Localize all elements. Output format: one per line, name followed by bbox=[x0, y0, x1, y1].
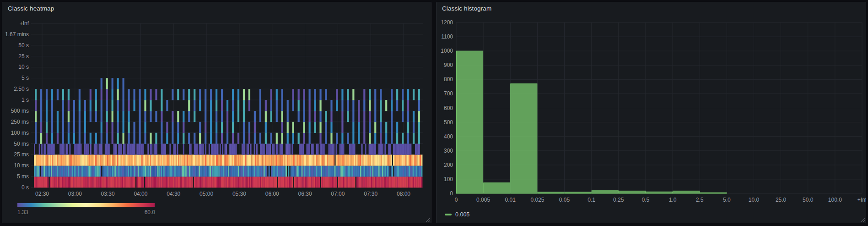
svg-text:05:30: 05:30 bbox=[232, 191, 246, 197]
svg-text:400: 400 bbox=[444, 133, 453, 140]
histogram-svg: 0100200300400500600700800900100011001200… bbox=[437, 2, 866, 223]
svg-text:06:00: 06:00 bbox=[265, 191, 279, 197]
svg-text:2.5: 2.5 bbox=[696, 197, 704, 203]
svg-text:10.0: 10.0 bbox=[749, 197, 760, 203]
svg-text:+Inf: +Inf bbox=[857, 197, 866, 203]
histogram-chart[interactable]: 0100200300400500600700800900100011001200… bbox=[437, 2, 866, 223]
heatmap-legend-min-label: 1.33 bbox=[17, 209, 28, 215]
svg-text:0: 0 bbox=[450, 190, 453, 197]
histogram-legend-item[interactable]: 0.005 bbox=[445, 211, 469, 218]
svg-text:+Inf: +Inf bbox=[20, 20, 29, 27]
svg-text:06:30: 06:30 bbox=[298, 191, 312, 197]
svg-text:1.0: 1.0 bbox=[669, 197, 677, 203]
histogram-axis-labels: 0100200300400500600700800900100011001200… bbox=[441, 19, 866, 203]
svg-text:0.25: 0.25 bbox=[613, 197, 624, 203]
svg-text:10 s: 10 s bbox=[18, 64, 29, 70]
svg-text:0.05: 0.05 bbox=[559, 197, 570, 203]
svg-text:0.025: 0.025 bbox=[530, 197, 544, 203]
heatmap-color-scale-bar bbox=[17, 203, 155, 207]
svg-text:100.0: 100.0 bbox=[828, 197, 842, 203]
svg-text:05:00: 05:00 bbox=[199, 191, 213, 197]
heatmap-svg: +Inf1.67 mins50 s25 s10 s5 s2.50 s1 s500… bbox=[2, 2, 431, 223]
svg-text:03:30: 03:30 bbox=[101, 191, 115, 197]
svg-text:1 s: 1 s bbox=[22, 97, 29, 103]
svg-text:50 s: 50 s bbox=[18, 42, 29, 49]
svg-text:1000: 1000 bbox=[441, 48, 453, 54]
svg-text:100 ms: 100 ms bbox=[11, 130, 29, 136]
svg-text:900: 900 bbox=[444, 62, 453, 68]
svg-text:250 ms: 250 ms bbox=[11, 119, 29, 125]
svg-text:07:00: 07:00 bbox=[331, 191, 345, 197]
panel-classic-histogram: Classic histogram 0100200300400500600700… bbox=[436, 2, 866, 223]
svg-text:1100: 1100 bbox=[441, 33, 453, 40]
svg-text:0.1: 0.1 bbox=[588, 197, 595, 203]
svg-text:10 ms: 10 ms bbox=[14, 162, 29, 169]
svg-text:02:30: 02:30 bbox=[35, 191, 49, 197]
svg-text:100: 100 bbox=[444, 176, 453, 182]
legend-series-label: 0.005 bbox=[455, 211, 469, 218]
svg-text:5.0: 5.0 bbox=[723, 197, 731, 203]
svg-text:50 ms: 50 ms bbox=[14, 141, 29, 147]
panel-classic-heatmap: Classic heatmap +Inf1.67 mins50 s25 s10 … bbox=[2, 2, 431, 223]
svg-text:200: 200 bbox=[444, 162, 453, 168]
svg-text:08:00: 08:00 bbox=[397, 191, 410, 197]
heatmap-chart[interactable]: +Inf1.67 mins50 s25 s10 s5 s2.50 s1 s500… bbox=[2, 2, 431, 223]
svg-text:0.005: 0.005 bbox=[476, 197, 490, 203]
svg-text:500: 500 bbox=[444, 119, 453, 126]
svg-text:0.5: 0.5 bbox=[642, 197, 650, 203]
svg-text:5 s: 5 s bbox=[22, 75, 29, 81]
svg-text:03:00: 03:00 bbox=[68, 191, 82, 197]
svg-text:25.0: 25.0 bbox=[776, 197, 787, 203]
svg-text:1200: 1200 bbox=[441, 19, 453, 26]
legend-series-dash-icon bbox=[445, 214, 452, 215]
svg-text:50.0: 50.0 bbox=[803, 197, 814, 203]
svg-text:500 ms: 500 ms bbox=[11, 108, 29, 114]
heatmap-legend-max-label: 60.0 bbox=[111, 209, 155, 215]
svg-text:2.50 s: 2.50 s bbox=[14, 86, 29, 92]
svg-text:0.01: 0.01 bbox=[505, 197, 516, 203]
svg-text:1.67 mins: 1.67 mins bbox=[5, 31, 29, 38]
svg-text:5 ms: 5 ms bbox=[17, 173, 29, 180]
svg-text:25 ms: 25 ms bbox=[14, 151, 29, 158]
svg-text:300: 300 bbox=[444, 148, 453, 154]
svg-text:0 s: 0 s bbox=[22, 184, 29, 191]
svg-text:04:00: 04:00 bbox=[134, 191, 147, 197]
svg-text:600: 600 bbox=[444, 105, 453, 111]
svg-text:04:30: 04:30 bbox=[167, 191, 180, 197]
svg-text:0: 0 bbox=[455, 197, 458, 203]
svg-text:25 s: 25 s bbox=[18, 53, 29, 60]
svg-text:07:30: 07:30 bbox=[364, 191, 377, 197]
svg-text:800: 800 bbox=[444, 76, 453, 83]
svg-text:700: 700 bbox=[444, 90, 453, 97]
